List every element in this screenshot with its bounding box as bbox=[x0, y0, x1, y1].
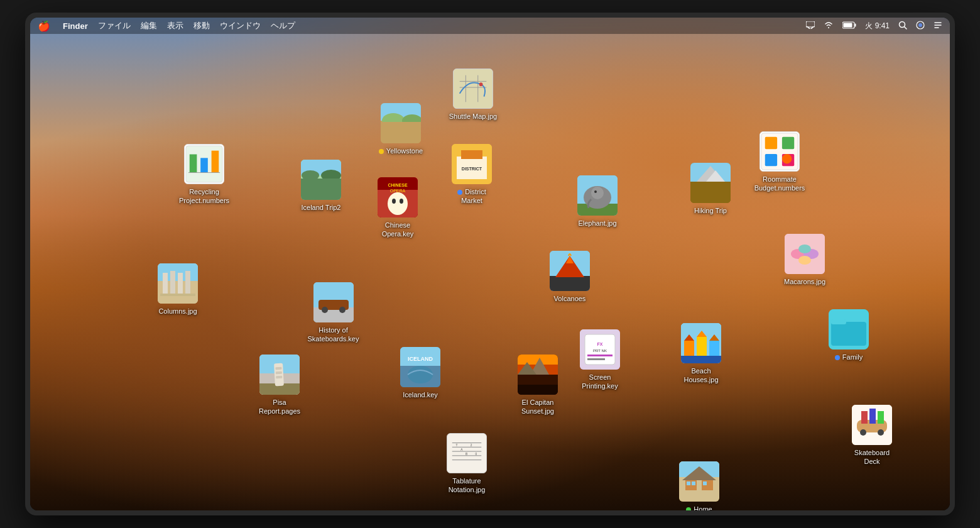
icon-beach-houses-label: Beach Houses.jpg bbox=[673, 366, 729, 385]
icon-volcanoes[interactable]: Volcanoes bbox=[542, 251, 598, 304]
help-menu[interactable]: ヘルプ bbox=[271, 20, 295, 31]
icon-yellowstone-label: Yellowstone bbox=[377, 146, 425, 156]
svg-rect-102 bbox=[697, 337, 707, 356]
icon-history-skate[interactable]: History of Skateboards.key bbox=[303, 282, 363, 344]
icon-iceland-key[interactable]: ICELAND Iceland.key bbox=[392, 347, 449, 400]
svg-text:ICELAND: ICELAND bbox=[408, 356, 433, 362]
icon-iceland2[interactable]: Iceland Trip2 bbox=[293, 160, 349, 212]
svg-point-16 bbox=[479, 82, 483, 86]
svg-point-7 bbox=[918, 23, 922, 27]
svg-rect-58 bbox=[765, 154, 777, 166]
icon-home[interactable]: Home bbox=[671, 461, 727, 510]
svg-rect-70 bbox=[178, 273, 183, 295]
desktop: Shuttle Map.jpg Yellowstone bbox=[30, 34, 950, 510]
icon-chinese-opera-label: Chinese Opera.key bbox=[370, 220, 425, 239]
svg-point-47 bbox=[591, 187, 604, 199]
search-icon[interactable] bbox=[898, 21, 907, 31]
icon-tablature[interactable]: T A B 2 0 Tablature Notation.jpg bbox=[435, 433, 498, 495]
icon-home-label: Home bbox=[684, 504, 714, 510]
siri-icon[interactable] bbox=[916, 21, 925, 31]
svg-rect-110 bbox=[274, 363, 284, 387]
svg-point-85 bbox=[408, 366, 433, 383]
svg-rect-43 bbox=[301, 179, 341, 200]
icon-shuttle-map[interactable]: Shuttle Map.jpg bbox=[445, 69, 501, 121]
icon-shuttle-map-label: Shuttle Map.jpg bbox=[447, 111, 499, 121]
svg-point-48 bbox=[594, 190, 597, 193]
icon-recycling[interactable]: Recycling Project.numbers bbox=[176, 144, 232, 206]
svg-rect-21 bbox=[381, 122, 421, 143]
svg-rect-140 bbox=[861, 411, 868, 424]
edit-menu[interactable]: 編集 bbox=[141, 20, 157, 31]
menubar: 🍎 Finder ファイル 編集 表示 移動 ウインドウ ヘルプ bbox=[30, 18, 950, 34]
icon-elephant[interactable]: Elephant.jpg bbox=[569, 175, 626, 228]
icon-family-folder-label: Family bbox=[833, 352, 864, 362]
svg-rect-116 bbox=[831, 319, 846, 324]
icon-pisa-report[interactable]: Pisa Report.pages bbox=[251, 355, 308, 417]
icon-pisa-report-label: Pisa Report.pages bbox=[252, 397, 307, 417]
wifi-icon[interactable] bbox=[824, 21, 834, 31]
laptop-frame: 🍎 Finder ファイル 編集 表示 移動 ウインドウ ヘルプ bbox=[25, 13, 955, 515]
svg-rect-68 bbox=[163, 273, 168, 295]
icon-hiking-trip-label: Hiking Trip bbox=[692, 206, 729, 216]
icon-district-market[interactable]: DISTRICT District Market bbox=[444, 144, 500, 206]
icon-el-capitan-label: El Capitan Sunset.jpg bbox=[510, 397, 565, 417]
battery-icon[interactable] bbox=[842, 21, 856, 31]
svg-point-76 bbox=[322, 307, 328, 313]
svg-rect-71 bbox=[185, 271, 190, 295]
icon-iceland2-label: Iceland Trip2 bbox=[300, 202, 343, 212]
svg-rect-101 bbox=[684, 341, 694, 356]
notifications-icon[interactable] bbox=[934, 21, 942, 31]
svg-point-30 bbox=[388, 192, 408, 215]
svg-rect-103 bbox=[709, 341, 719, 356]
icon-yellowstone[interactable]: Yellowstone bbox=[373, 103, 429, 156]
icon-tablature-label: Tablature Notation.jpg bbox=[439, 476, 494, 495]
icon-beach-houses[interactable]: Beach Houses.jpg bbox=[670, 323, 732, 385]
icon-skateboard-deck[interactable]: Skateboard Deck bbox=[841, 405, 903, 467]
svg-point-139 bbox=[878, 429, 884, 436]
icon-macarons[interactable]: Macarons.jpg bbox=[776, 234, 833, 287]
svg-rect-112 bbox=[276, 371, 282, 375]
svg-text:DISTRICT: DISTRICT bbox=[462, 167, 482, 171]
svg-rect-3 bbox=[844, 23, 852, 27]
svg-point-60 bbox=[782, 154, 792, 164]
icon-skateboard-deck-label: Skateboard Deck bbox=[844, 448, 900, 467]
icon-family-folder[interactable]: Family bbox=[820, 309, 877, 362]
icon-chinese-opera[interactable]: CHINESE OPERA Chinese Opera.key bbox=[369, 177, 426, 239]
icon-hiking-trip[interactable]: Hiking Trip bbox=[682, 163, 739, 216]
svg-rect-37 bbox=[212, 151, 219, 173]
svg-text:2: 2 bbox=[471, 444, 472, 447]
svg-point-65 bbox=[798, 256, 811, 265]
icon-volcanoes-label: Volcanoes bbox=[552, 294, 588, 304]
svg-rect-57 bbox=[782, 137, 794, 149]
icon-iceland-key-label: Iceland.key bbox=[401, 390, 440, 400]
file-menu[interactable]: ファイル bbox=[98, 20, 131, 31]
icon-recycling-label: Recycling Project.numbers bbox=[177, 187, 232, 206]
svg-rect-79 bbox=[550, 276, 590, 291]
svg-rect-115 bbox=[831, 322, 866, 346]
icon-screen-printing-label: Screen Printing.key bbox=[572, 372, 628, 392]
airplay-icon[interactable] bbox=[806, 21, 815, 31]
icon-columns[interactable]: Columns.jpg bbox=[150, 263, 206, 316]
svg-rect-72 bbox=[160, 294, 195, 296]
svg-rect-35 bbox=[190, 155, 197, 173]
svg-rect-51 bbox=[690, 182, 731, 203]
svg-rect-135 bbox=[703, 481, 707, 485]
go-menu[interactable]: 移動 bbox=[193, 20, 210, 31]
icon-history-skate-label: History of Skateboards.key bbox=[306, 325, 361, 344]
svg-text:PRT NK: PRT NK bbox=[593, 349, 607, 353]
view-menu[interactable]: 表示 bbox=[167, 20, 183, 31]
svg-line-5 bbox=[905, 26, 907, 29]
finder-menu[interactable]: Finder bbox=[63, 21, 88, 31]
svg-text:FX: FX bbox=[597, 342, 603, 346]
icon-roommate-label: Roommate Budget.numbers bbox=[752, 174, 807, 194]
svg-point-64 bbox=[798, 245, 811, 253]
window-menu[interactable]: ウインドウ bbox=[220, 20, 261, 31]
svg-rect-142 bbox=[878, 411, 884, 424]
icon-roommate[interactable]: Roommate Budget.numbers bbox=[751, 131, 808, 194]
svg-point-77 bbox=[339, 307, 346, 313]
icon-screen-printing[interactable]: FX PRT NK Screen Printing.key bbox=[572, 329, 628, 392]
apple-menu[interactable]: 🍎 bbox=[38, 20, 50, 32]
svg-text:OPERA: OPERA bbox=[390, 189, 406, 193]
icon-el-capitan[interactable]: El Capitan Sunset.jpg bbox=[506, 355, 569, 417]
svg-rect-113 bbox=[276, 376, 282, 379]
